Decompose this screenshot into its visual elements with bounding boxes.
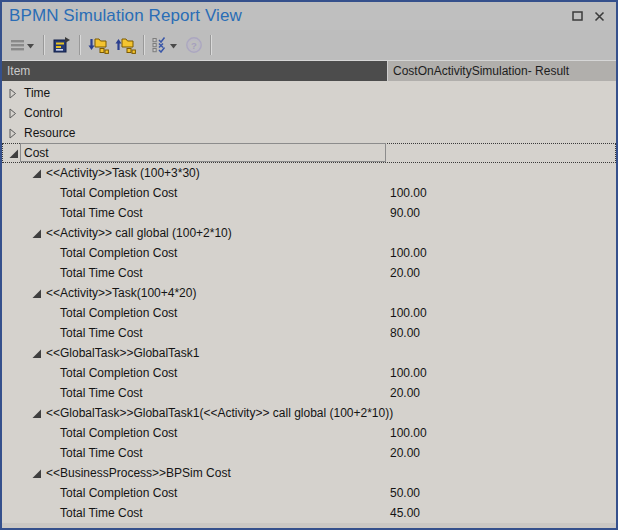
expand-toggle[interactable] — [32, 288, 42, 302]
expanded-triangle-icon — [32, 409, 42, 419]
window-bottom-margin — [2, 523, 616, 529]
window-title: BPMN Simulation Report View — [9, 6, 566, 26]
close-button[interactable] — [588, 5, 610, 27]
tree-rows: TimeControlResourceCost<<Activity>>Task … — [2, 81, 616, 523]
expand-all-button[interactable] — [85, 33, 112, 57]
simulation-report-icon — [52, 36, 72, 54]
collapse-all-button[interactable] — [112, 33, 139, 57]
collapsed-triangle-icon — [9, 88, 17, 99]
tree-row[interactable]: Time — [2, 83, 616, 103]
result-options-button[interactable] — [149, 33, 182, 57]
tree-row[interactable]: Total Completion Cost100.00 — [2, 183, 616, 203]
toolbar-separator — [43, 35, 45, 55]
collapse-all-icon — [115, 36, 136, 54]
chevron-down-icon — [27, 44, 34, 49]
help-button[interactable]: ? — [182, 33, 206, 57]
result-value-cell: 100.00 — [390, 243, 427, 263]
svg-text:?: ? — [191, 40, 197, 51]
result-value-cell: 20.00 — [390, 383, 420, 403]
expanded-triangle-icon — [32, 289, 42, 299]
toolbar-separator — [79, 35, 81, 55]
collapsed-triangle-icon — [9, 128, 17, 139]
tree-row-label: <<Activity>>Task(100+4*20) — [46, 283, 196, 303]
tree-row[interactable]: Control — [2, 103, 616, 123]
expanded-triangle-icon — [32, 169, 42, 179]
column-header-result[interactable]: CostOnActivitySimulation- Result — [387, 61, 616, 81]
tree-row[interactable]: <<Activity>>Task(100+4*20) — [2, 283, 616, 303]
tree-row[interactable]: Total Time Cost80.00 — [2, 323, 616, 343]
tree-row-label: Total Completion Cost — [60, 243, 177, 263]
tree-row[interactable]: Total Time Cost20.00 — [2, 383, 616, 403]
expand-toggle[interactable] — [32, 168, 42, 182]
tree-row[interactable]: Total Completion Cost100.00 — [2, 243, 616, 263]
tree-row[interactable]: Total Completion Cost100.00 — [2, 423, 616, 443]
expanded-triangle-icon — [32, 349, 42, 359]
expand-toggle[interactable] — [32, 228, 42, 242]
tree-row[interactable]: <<Activity>> call global (100+2*10) — [2, 223, 616, 243]
tree-row[interactable]: <<GlobalTask>>GlobalTask1 — [2, 343, 616, 363]
expand-toggle[interactable] — [32, 468, 42, 482]
grid-header: Item CostOnActivitySimulation- Result — [2, 60, 616, 81]
tree-row-label: Resource — [24, 123, 75, 143]
expand-toggle[interactable] — [9, 108, 17, 122]
menu-button[interactable] — [7, 33, 39, 57]
toolbar: ? — [2, 30, 616, 60]
result-value-cell: 50.00 — [390, 483, 420, 503]
expand-toggle[interactable] — [9, 148, 19, 162]
tree-row[interactable]: Total Completion Cost50.00 — [2, 483, 616, 503]
tree-row[interactable]: <<BusinessProcess>>BPSim Cost — [2, 463, 616, 483]
tree-row[interactable]: Total Time Cost20.00 — [2, 263, 616, 283]
tree-row[interactable]: Total Completion Cost100.00 — [2, 363, 616, 383]
result-value-cell: 20.00 — [390, 443, 420, 463]
tree-row-label: Total Completion Cost — [60, 363, 177, 383]
checklist-icon — [152, 37, 169, 53]
toolbar-separator — [210, 35, 212, 55]
result-value-cell: 100.00 — [390, 183, 427, 203]
tree-row-label: Time — [24, 83, 50, 103]
tree-row-label: Total Time Cost — [60, 203, 143, 223]
generate-simulation-report-button[interactable] — [49, 33, 75, 57]
tree-row-label: Total Time Cost — [60, 323, 143, 343]
title-bar: BPMN Simulation Report View — [2, 2, 616, 30]
expand-toggle[interactable] — [32, 408, 42, 422]
result-value-cell: 20.00 — [390, 263, 420, 283]
tree-row[interactable]: <<Activity>>Task (100+3*30) — [2, 163, 616, 183]
expanded-triangle-icon — [9, 149, 19, 159]
tree-row[interactable]: Total Time Cost45.00 — [2, 503, 616, 523]
tree-row[interactable]: Total Time Cost90.00 — [2, 203, 616, 223]
tree-row[interactable]: <<GlobalTask>>GlobalTask1(<<Activity>> c… — [2, 403, 616, 423]
maximize-button[interactable] — [566, 5, 588, 27]
tree-row-label: Control — [24, 103, 63, 123]
tree-row-label: <<BusinessProcess>>BPSim Cost — [46, 463, 231, 483]
tree-row[interactable]: Cost — [2, 143, 616, 163]
close-icon — [594, 11, 605, 22]
expanded-triangle-icon — [32, 229, 42, 239]
tree-row-label: <<Activity>> call global (100+2*10) — [46, 223, 232, 243]
result-value-cell: 45.00 — [390, 503, 420, 523]
collapsed-triangle-icon — [9, 108, 17, 119]
tree-row-label: <<GlobalTask>>GlobalTask1(<<Activity>> c… — [46, 403, 393, 423]
result-value-cell: 90.00 — [390, 203, 420, 223]
tree-row-label: Total Time Cost — [60, 443, 143, 463]
toolbar-separator — [143, 35, 145, 55]
focused-cell-outline — [20, 143, 386, 162]
tree-row-label: Cost — [24, 143, 49, 163]
tree-row[interactable]: Total Completion Cost100.00 — [2, 303, 616, 323]
result-value-cell: 100.00 — [390, 303, 427, 323]
chevron-down-icon — [170, 44, 177, 49]
tree-row-label: Total Time Cost — [60, 503, 143, 523]
result-value-cell: 80.00 — [390, 323, 420, 343]
tree-row[interactable]: Resource — [2, 123, 616, 143]
column-header-item[interactable]: Item — [2, 61, 387, 81]
maximize-icon — [572, 11, 583, 21]
help-icon: ? — [185, 36, 203, 54]
expand-toggle[interactable] — [32, 348, 42, 362]
expand-toggle[interactable] — [9, 88, 17, 102]
hamburger-icon — [10, 38, 26, 52]
tree-row-label: Total Time Cost — [60, 263, 143, 283]
result-value-cell: 100.00 — [390, 423, 427, 443]
result-value-cell: 100.00 — [390, 363, 427, 383]
tree-row[interactable]: Total Time Cost20.00 — [2, 443, 616, 463]
tree-row-label: <<Activity>>Task (100+3*30) — [46, 163, 200, 183]
expand-toggle[interactable] — [9, 128, 17, 142]
